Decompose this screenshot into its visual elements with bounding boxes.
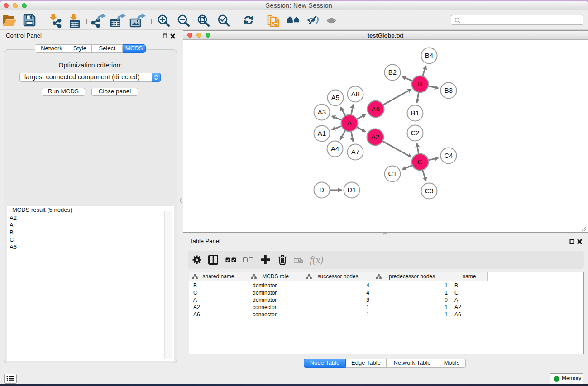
svg-text:A3: A3 bbox=[318, 108, 326, 116]
svg-text:C1: C1 bbox=[388, 170, 397, 177]
svg-text:B2: B2 bbox=[388, 68, 397, 76]
svg-text:C: C bbox=[418, 158, 423, 166]
svg-text:A1: A1 bbox=[318, 129, 326, 137]
svg-text:B4: B4 bbox=[425, 52, 433, 59]
svg-text:B1: B1 bbox=[411, 109, 419, 117]
svg-text:B3: B3 bbox=[445, 86, 453, 94]
svg-text:C2: C2 bbox=[411, 129, 419, 137]
svg-text:A6: A6 bbox=[372, 105, 380, 113]
svg-text:A5: A5 bbox=[331, 94, 339, 101]
svg-text:A4: A4 bbox=[331, 145, 339, 152]
svg-text:A: A bbox=[347, 119, 352, 127]
svg-text:C3: C3 bbox=[425, 187, 433, 195]
svg-text:A7: A7 bbox=[351, 148, 359, 156]
svg-text:A2: A2 bbox=[371, 133, 379, 141]
svg-text:C4: C4 bbox=[444, 152, 453, 159]
svg-text:B: B bbox=[418, 80, 422, 88]
svg-text:D1: D1 bbox=[347, 186, 356, 194]
svg-text:D: D bbox=[320, 186, 325, 194]
svg-text:A8: A8 bbox=[351, 90, 359, 98]
